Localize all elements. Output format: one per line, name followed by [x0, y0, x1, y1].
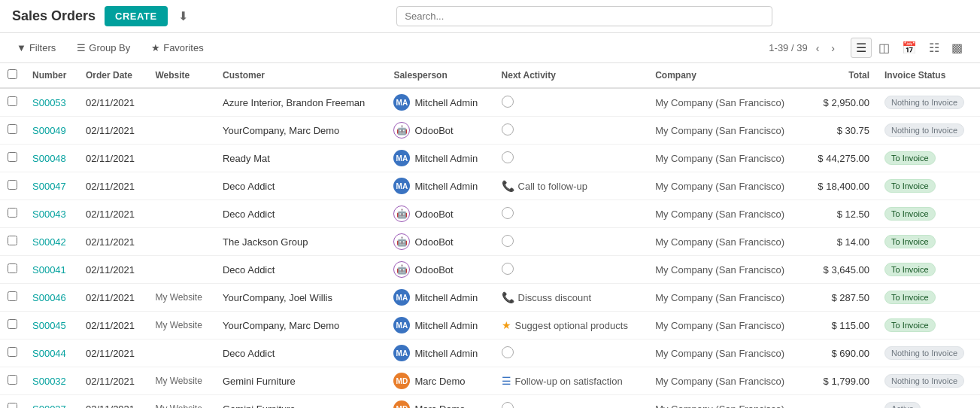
- calendar-view-button[interactable]: 📅: [897, 38, 922, 58]
- row-checkbox-cell: [0, 256, 25, 284]
- activity-empty-circle: [502, 123, 514, 135]
- row-checkbox[interactable]: [8, 96, 17, 106]
- activity-empty-circle: [502, 402, 514, 409]
- avatar: MA: [393, 345, 410, 361]
- activity-text: Suggest optional products: [515, 320, 628, 331]
- row-checkbox-cell: [0, 228, 25, 256]
- website: My Website: [147, 395, 215, 409]
- salesperson-name: Mitchell Admin: [414, 181, 478, 192]
- customer: Ready Mat: [215, 145, 386, 172]
- customer: YourCompany, Joel Willis: [215, 284, 386, 312]
- col-total[interactable]: Total: [805, 63, 877, 88]
- row-checkbox[interactable]: [8, 319, 17, 329]
- select-all-checkbox[interactable]: [8, 69, 17, 79]
- company: My Company (San Francisco): [648, 284, 805, 312]
- groupby-button[interactable]: ☰ Group By: [72, 40, 135, 56]
- customer: Deco Addict: [215, 256, 386, 284]
- order-number: S00046: [25, 284, 78, 312]
- row-checkbox[interactable]: [8, 347, 17, 357]
- col-next-activity[interactable]: Next Activity: [494, 63, 648, 88]
- avatar: MA: [393, 289, 410, 306]
- next-activity: [494, 88, 648, 117]
- website: [147, 200, 215, 228]
- total: $ 18,400.00: [805, 172, 877, 200]
- view-switcher: ☰ ◫ 📅 ☷ ▩: [851, 38, 968, 58]
- invoice-status: Nothing to Invoice: [877, 339, 980, 367]
- col-company[interactable]: Company: [648, 63, 805, 88]
- customer: Gemini Furniture: [215, 367, 386, 395]
- next-page-button[interactable]: ›: [827, 41, 839, 56]
- row-checkbox-cell: [0, 145, 25, 172]
- row-checkbox[interactable]: [8, 291, 17, 301]
- prev-page-button[interactable]: ‹: [812, 41, 824, 56]
- invoice-status: To Invoice: [877, 145, 980, 172]
- filter-icon: ▼: [17, 42, 26, 53]
- row-checkbox-cell: [0, 200, 25, 228]
- toolbar: ▼ Filters ☰ Group By ★ Favorites 1-39 / …: [0, 33, 980, 63]
- order-number-link[interactable]: S00053: [32, 97, 66, 108]
- salesperson-name: Marc Demo: [414, 403, 465, 409]
- col-invoice-status[interactable]: Invoice Status: [877, 63, 980, 88]
- avatar: MA: [393, 317, 410, 333]
- row-checkbox[interactable]: [8, 180, 17, 190]
- invoice-status: To Invoice: [877, 228, 980, 256]
- kanban-view-button[interactable]: ◫: [873, 38, 895, 58]
- total: $ 2,950.00: [805, 88, 877, 117]
- order-number-link[interactable]: S00045: [32, 320, 66, 331]
- order-number-link[interactable]: S00048: [32, 153, 66, 164]
- total: $ 1,799.00: [805, 367, 877, 395]
- row-checkbox[interactable]: [8, 208, 17, 218]
- customer: Azure Interior, Brandon Freeman: [215, 88, 386, 117]
- order-number-link[interactable]: S00042: [32, 236, 66, 248]
- order-number: S00032: [25, 367, 78, 395]
- company: My Company (San Francisco): [648, 228, 805, 256]
- row-checkbox[interactable]: [8, 263, 17, 273]
- invoice-status: Nothing to Invoice: [877, 367, 980, 395]
- search-input[interactable]: [396, 6, 772, 26]
- row-checkbox[interactable]: [8, 403, 17, 408]
- row-checkbox[interactable]: [8, 152, 17, 162]
- col-number[interactable]: Number: [25, 63, 78, 88]
- order-number-link[interactable]: S00049: [32, 125, 66, 136]
- invoice-status: Nothing to Invoice: [877, 117, 980, 145]
- order-number-link[interactable]: S00037: [32, 403, 66, 409]
- favorites-button[interactable]: ★ Favorites: [147, 40, 208, 56]
- customer: Deco Addict: [215, 339, 386, 367]
- groupby-icon: ☰: [77, 42, 86, 53]
- customer: YourCompany, Marc Demo: [215, 117, 386, 145]
- order-number-link[interactable]: S00041: [32, 264, 66, 276]
- graph-view-button[interactable]: ▩: [946, 38, 968, 58]
- create-button[interactable]: CREATE: [105, 6, 167, 26]
- row-checkbox[interactable]: [8, 375, 17, 385]
- order-number: S00047: [25, 172, 78, 200]
- order-number: S00042: [25, 228, 78, 256]
- order-number-link[interactable]: S00043: [32, 209, 66, 220]
- list-view-button[interactable]: ☰: [851, 38, 872, 58]
- order-number: S00037: [25, 395, 78, 409]
- order-number-link[interactable]: S00047: [32, 181, 66, 192]
- salesperson-name: OdooBot: [414, 125, 453, 136]
- col-order-date[interactable]: Order Date: [78, 63, 147, 88]
- col-salesperson[interactable]: Salesperson: [386, 63, 493, 88]
- col-customer[interactable]: Customer: [215, 63, 386, 88]
- next-activity: 📞Discuss discount: [494, 284, 648, 312]
- table-row: S0003702/11/2021My WebsiteGemini Furnitu…: [0, 395, 980, 409]
- website: My Website: [147, 284, 215, 312]
- download-button[interactable]: ⬇: [174, 6, 193, 26]
- pagination: 1-39 / 39 ‹ ›: [769, 41, 839, 56]
- invoice-status: To Invoice: [877, 284, 980, 312]
- activity-text: Call to follow-up: [518, 181, 588, 192]
- order-number-link[interactable]: S00032: [32, 376, 66, 387]
- table-container: Number Order Date Website Customer Sales…: [0, 63, 980, 408]
- website: [147, 88, 215, 117]
- pivot-view-button[interactable]: ☷: [924, 38, 945, 58]
- row-checkbox[interactable]: [8, 236, 17, 245]
- select-all-header[interactable]: [0, 63, 25, 88]
- order-number-link[interactable]: S00044: [32, 348, 66, 359]
- invoice-status: To Invoice: [877, 200, 980, 228]
- row-checkbox[interactable]: [8, 124, 17, 134]
- table-row: S0004702/11/2021Deco AddictMAMitchell Ad…: [0, 172, 980, 200]
- col-website[interactable]: Website: [147, 63, 215, 88]
- filters-button[interactable]: ▼ Filters: [12, 40, 60, 56]
- order-number-link[interactable]: S00046: [32, 292, 66, 303]
